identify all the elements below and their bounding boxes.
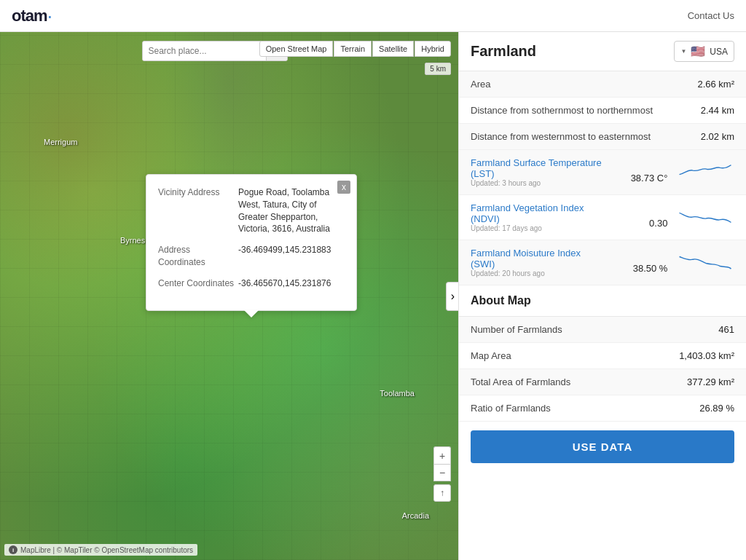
map-type-hybrid[interactable]: Hybrid [415,41,451,57]
contact-us-link[interactable]: Contact Us [688,10,734,21]
about-stat-value: 377.29 km² [635,369,746,395]
metric-name: Farmland Moisuture Index (SWI) [471,248,581,269]
map-label-toolamba: Toolamba [380,389,415,398]
logo: otam· [12,6,52,26]
popup-label-vicinity: Vicinity Address [158,186,238,235]
sparkline-chart [676,206,734,226]
popup-row-address-coords: Address Coordinates -36.469499,145.23188… [158,244,345,269]
map-scale: 5 km [425,63,451,75]
metric-row: Farmland Moisuture Index (SWI) Updated: … [459,240,746,285]
search-input[interactable] [143,42,266,60]
map-area[interactable]: Merrigum Byrneside Toolamba Arcadia Open… [0,32,458,560]
stats-row: Area2.66 km² [459,71,746,98]
about-map-header: About Map [459,285,746,317]
popup-close-button[interactable]: x [337,181,350,194]
metric-updated: Updated: 20 hours ago [471,269,608,277]
flag-icon: 🇺🇸 [691,44,705,58]
metric-row: Farmland Vegetation Index (NDVI) Updated… [459,195,746,240]
metric-label[interactable]: Farmland Vegetation Index (NDVI) Updated… [459,195,619,240]
stats-row: Distance from sothernmost to northernmos… [459,98,746,124]
metric-value-cell: 38.73 C° [619,150,746,195]
metric-value-cell: 0.30 [619,195,746,240]
metric-updated: Updated: 3 hours ago [471,179,608,187]
metric-name: Farmland Surface Temperature (LST) [471,157,602,179]
attribution-text: MapLibre | © MapTiler © OpenStreetMap co… [20,546,193,554]
metric-row: Farmland Surface Temperature (LST) Updat… [459,150,746,195]
dropdown-arrow-icon: ▼ [680,48,686,55]
map-popup: x Vicinity Address Pogue Road, Toolamba … [146,174,357,311]
country-label: USA [710,47,728,57]
map-attribution: i MapLibre | © MapTiler © OpenStreetMap … [4,544,197,556]
stat-label: Area [459,71,681,98]
panel-title: Farmland [471,43,536,60]
right-panel: Farmland ▼ 🇺🇸 USA Area2.66 km²Distance f… [458,32,746,560]
metric-value: 38.73 C° [631,173,668,184]
about-stat-label: Total Area of Farmlands [459,369,635,395]
metric-label[interactable]: Farmland Moisuture Index (SWI) Updated: … [459,240,619,285]
about-map-table: Number of Farmlands461Map Area1,403.03 k… [459,317,746,422]
metric-updated: Updated: 17 days ago [471,224,608,232]
popup-row-vicinity: Vicinity Address Pogue Road, Toolamba We… [158,186,345,235]
popup-label-address-coords: Address Coordinates [158,244,238,269]
sparkline-chart [676,161,734,181]
map-label-arcadia: Arcadia [402,511,429,520]
logo-dot: · [47,6,53,26]
about-stat-value: 26.89 % [635,395,746,422]
metric-name: Farmland Vegetation Index (NDVI) [471,202,584,224]
compass-button[interactable]: ↑ [433,484,451,502]
main-layout: Merrigum Byrneside Toolamba Arcadia Open… [0,32,746,560]
map-type-terrain[interactable]: Terrain [334,41,372,57]
about-stat-label: Ratio of Farmlands [459,395,635,422]
use-data-button[interactable]: USE DATA [471,430,734,463]
header: otam· Contact Us [0,0,746,32]
about-stat-row: Number of Farmlands461 [459,317,746,343]
popup-label-center-coords: Center Coordinates [158,277,238,290]
stat-value: 2.66 km² [681,71,746,98]
popup-value-vicinity: Pogue Road, Toolamba West, Tatura, City … [238,186,345,235]
about-stat-row: Total Area of Farmlands377.29 km² [459,369,746,395]
map-label-merrigum: Merrigum [44,138,77,146]
stat-label: Distance from sothernmost to northernmos… [459,98,681,124]
stat-value: 2.44 km [681,98,746,124]
stats-row: Distance from westernmost to easternmost… [459,124,746,150]
country-selector[interactable]: ▼ 🇺🇸 USA [674,41,734,62]
metric-value: 0.30 [649,218,667,229]
zoom-out-button[interactable]: − [433,464,451,481]
popup-row-center-coords: Center Coordinates -36.465670,145.231876 [158,277,345,290]
farmland-metrics-table: Farmland Surface Temperature (LST) Updat… [459,150,746,285]
sidebar-toggle[interactable]: › [446,282,458,311]
popup-value-center-coords: -36.465670,145.231876 [238,277,331,290]
panel-header: Farmland ▼ 🇺🇸 USA [459,32,746,71]
map-type-openstreetmap[interactable]: Open Street Map [259,41,334,57]
metric-label[interactable]: Farmland Surface Temperature (LST) Updat… [459,150,619,195]
about-stat-row: Ratio of Farmlands26.89 % [459,395,746,422]
about-stat-value: 461 [635,317,746,343]
stat-value: 2.02 km [681,124,746,150]
logo-text: otam [12,7,47,25]
map-type-satellite[interactable]: Satellite [372,41,414,57]
stat-label: Distance from westernmost to easternmost [459,124,681,150]
info-icon: i [9,545,17,554]
about-stat-value: 1,403.03 km² [635,343,746,369]
about-stat-label: Number of Farmlands [459,317,635,343]
popup-value-address-coords: -36.469499,145.231883 [238,244,331,269]
farmland-stats-table: Area2.66 km²Distance from sothernmost to… [459,71,746,150]
map-type-buttons: Open Street Map Terrain Satellite Hybrid [259,41,451,57]
about-stat-label: Map Area [459,343,635,369]
sparkline-chart [676,251,734,272]
zoom-controls: + − ↑ [433,446,451,502]
metric-value: 38.50 % [633,263,668,274]
about-stat-row: Map Area1,403.03 km² [459,343,746,369]
zoom-in-button[interactable]: + [433,446,451,464]
metric-value-cell: 38.50 % [619,240,746,285]
